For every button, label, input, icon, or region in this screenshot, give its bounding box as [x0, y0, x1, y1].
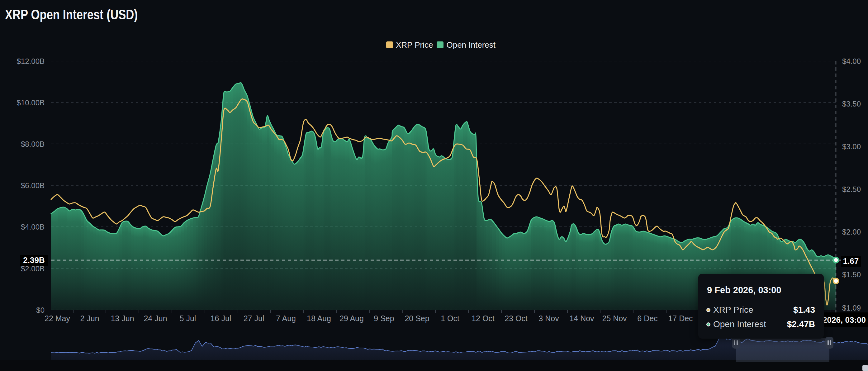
svg-text:$0: $0 — [36, 306, 44, 314]
svg-text:18 Aug: 18 Aug — [307, 314, 331, 323]
svg-text:$1.09: $1.09 — [842, 304, 861, 312]
svg-text:$8.00B: $8.00B — [21, 140, 44, 148]
svg-text:16 Jul: 16 Jul — [211, 314, 231, 323]
svg-text:2 Jun: 2 Jun — [80, 314, 99, 323]
svg-text:$2.50: $2.50 — [842, 185, 861, 193]
svg-text:$10.00B: $10.00B — [17, 98, 44, 107]
svg-text:5 Jul: 5 Jul — [180, 314, 196, 323]
svg-text:22 May: 22 May — [44, 314, 70, 323]
svg-text:6 Dec: 6 Dec — [637, 314, 657, 323]
svg-text:29 Aug: 29 Aug — [339, 314, 364, 323]
svg-text:23 Oct: 23 Oct — [504, 314, 528, 323]
svg-text:$4.00: $4.00 — [842, 57, 861, 65]
svg-text:$4.00B: $4.00B — [21, 223, 44, 231]
svg-text:24 Jun: 24 Jun — [144, 314, 167, 323]
svg-text:$2.00: $2.00 — [842, 228, 861, 236]
svg-text:27 Jul: 27 Jul — [244, 314, 265, 323]
svg-text:$2.00B: $2.00B — [21, 265, 44, 273]
svg-text:3 Nov: 3 Nov — [538, 314, 559, 323]
svg-text:7 Aug: 7 Aug — [276, 314, 296, 323]
svg-text:$12.00B: $12.00B — [17, 57, 44, 65]
svg-text:2.39B: 2.39B — [23, 255, 44, 265]
svg-text:25 Nov: 25 Nov — [602, 314, 627, 323]
svg-text:$6.00B: $6.00B — [21, 181, 44, 190]
svg-text:17 Dec: 17 Dec — [668, 314, 693, 323]
svg-text:12 Oct: 12 Oct — [471, 314, 495, 323]
svg-text:13 Jun: 13 Jun — [111, 314, 134, 323]
svg-text:$3.00: $3.00 — [842, 142, 861, 151]
svg-text:1 Oct: 1 Oct — [441, 314, 459, 323]
svg-text:$3.50: $3.50 — [842, 100, 861, 108]
svg-text:20 Sep: 20 Sep — [405, 314, 429, 323]
svg-text:9 Sep: 9 Sep — [374, 314, 394, 323]
svg-text:$1.50: $1.50 — [842, 270, 861, 279]
svg-text:1.67: 1.67 — [843, 256, 859, 266]
svg-text:14 Nov: 14 Nov — [569, 314, 594, 323]
